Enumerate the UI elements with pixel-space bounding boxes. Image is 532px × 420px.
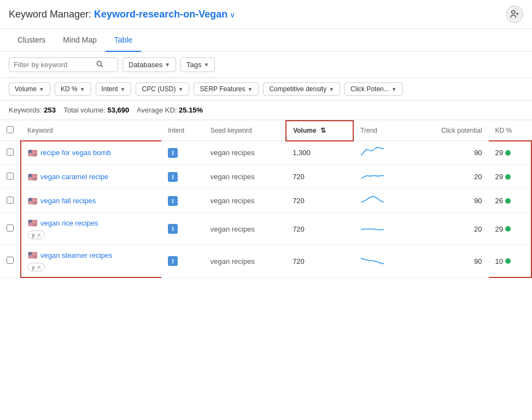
select-all-checkbox[interactable] bbox=[7, 126, 14, 133]
kd-cell: 10 bbox=[489, 245, 531, 278]
volume-value: 720 bbox=[293, 225, 305, 233]
trend-cell bbox=[353, 189, 411, 213]
row-checkbox-cell bbox=[0, 189, 21, 213]
row-checkbox-cell bbox=[0, 165, 21, 189]
project-dropdown-chevron[interactable]: ∨ bbox=[230, 10, 235, 19]
keyword-link[interactable]: vegan rice recipes bbox=[40, 219, 98, 227]
volume-cell: 1,300 bbox=[286, 141, 353, 165]
keyword-table: Keyword Intent Seed keyword Volume ⇅ Tre… bbox=[0, 120, 532, 278]
row-checkbox-cell bbox=[0, 213, 21, 245]
tag-remove-icon[interactable]: ✕ bbox=[37, 232, 41, 238]
col-header-keyword: Keyword bbox=[21, 121, 161, 141]
trend-sparkline bbox=[360, 255, 387, 266]
click-potential-value: 90 bbox=[474, 149, 482, 157]
tags-dropdown[interactable]: Tags ▼ bbox=[180, 57, 215, 72]
row-checkbox[interactable] bbox=[7, 149, 14, 156]
trend-cell bbox=[353, 165, 411, 189]
col-header-intent: Intent bbox=[161, 121, 203, 141]
row-checkbox-cell bbox=[0, 141, 21, 165]
kd-indicator-dot bbox=[505, 226, 511, 232]
search-icon bbox=[96, 60, 103, 69]
country-flag-icon: 🇺🇸 bbox=[28, 149, 37, 157]
tab-mindmap[interactable]: Mind Map bbox=[54, 29, 105, 52]
kd-value: 29 bbox=[495, 225, 524, 233]
row-checkbox[interactable] bbox=[7, 224, 14, 232]
click-potential-cell: 90 bbox=[411, 245, 488, 278]
user-avatar[interactable] bbox=[506, 5, 523, 23]
keyword-cell: 🇺🇸 vegan rice recipes y ✕ bbox=[21, 213, 161, 245]
volume-cell: 720 bbox=[286, 213, 353, 245]
seed-keyword-cell: vegan recipes bbox=[204, 213, 286, 245]
trend-sparkline bbox=[360, 223, 387, 234]
comp-density-chip-chevron-icon: ▼ bbox=[329, 86, 334, 92]
intent-cell: I bbox=[161, 141, 203, 165]
col-header-volume[interactable]: Volume ⇅ bbox=[286, 121, 353, 141]
click-potential-cell: 20 bbox=[411, 213, 488, 245]
keyword-cell: 🇺🇸 recipe for vegas bomb bbox=[21, 141, 161, 165]
trend-cell bbox=[353, 245, 411, 278]
chip-click-potential[interactable]: Click Poten... ▼ bbox=[344, 82, 403, 96]
keyword-link[interactable]: vegan caramel recipe bbox=[40, 173, 108, 181]
trend-cell bbox=[353, 213, 411, 245]
country-flag-icon: 🇺🇸 bbox=[28, 197, 37, 205]
country-flag-icon: 🇺🇸 bbox=[28, 218, 37, 227]
trend-cell bbox=[353, 141, 411, 165]
row-checkbox[interactable] bbox=[7, 173, 14, 180]
seed-keyword-cell: vegan recipes bbox=[204, 165, 286, 189]
click-potential-chip-chevron-icon: ▼ bbox=[391, 86, 397, 92]
serp-chip-chevron-icon: ▼ bbox=[248, 86, 253, 92]
trend-sparkline bbox=[360, 146, 387, 157]
stats-row: Keywords: 253 Total volume: 53,690 Avera… bbox=[0, 100, 532, 120]
chip-serp[interactable]: SERP Features ▼ bbox=[194, 82, 259, 96]
chip-kd[interactable]: KD % ▼ bbox=[55, 82, 91, 96]
volume-sort-icon: ⇅ bbox=[320, 127, 326, 134]
trend-sparkline bbox=[360, 170, 387, 181]
intent-chip-chevron-icon: ▼ bbox=[120, 86, 126, 92]
kd-indicator-dot bbox=[505, 258, 511, 264]
chip-intent[interactable]: Intent ▼ bbox=[96, 82, 132, 96]
volume-value: 720 bbox=[293, 257, 305, 265]
row-checkbox[interactable] bbox=[7, 257, 14, 264]
chip-cpc[interactable]: CPC (USD) ▼ bbox=[136, 82, 189, 96]
row-checkbox-cell bbox=[0, 245, 21, 278]
col-header-click-potential: Click potential bbox=[411, 121, 488, 141]
intent-badge: I bbox=[168, 224, 178, 234]
volume-value: 720 bbox=[293, 197, 305, 205]
kd-cell: 29 bbox=[489, 165, 531, 189]
chip-volume[interactable]: Volume ▼ bbox=[9, 82, 50, 96]
kd-cell: 29 bbox=[489, 141, 531, 165]
volume-value: 720 bbox=[293, 173, 305, 181]
keyword-link[interactable]: recipe for vegas bomb bbox=[40, 149, 111, 157]
keyword-cell: 🇺🇸 vegan fall recipes bbox=[21, 189, 161, 213]
filter-bar: Databases ▼ Tags ▼ bbox=[0, 52, 532, 78]
trend-sparkline bbox=[360, 194, 387, 205]
volume-cell: 720 bbox=[286, 165, 353, 189]
volume-cell: 720 bbox=[286, 245, 353, 278]
kd-cell: 26 bbox=[489, 189, 531, 213]
col-header-kd: KD % bbox=[489, 121, 531, 141]
tags-chevron-icon: ▼ bbox=[204, 62, 209, 68]
chip-comp-density[interactable]: Competitive density ▼ bbox=[263, 82, 340, 96]
keyword-search-input[interactable] bbox=[14, 61, 96, 69]
svg-line-4 bbox=[101, 66, 103, 67]
keyword-link[interactable]: vegan steamer recipes bbox=[40, 251, 113, 259]
intent-cell: I bbox=[161, 165, 203, 189]
svg-point-3 bbox=[97, 61, 101, 66]
tab-clusters[interactable]: Clusters bbox=[9, 29, 54, 52]
databases-dropdown[interactable]: Databases ▼ bbox=[122, 57, 176, 72]
tab-table[interactable]: Table bbox=[106, 29, 141, 52]
keyword-link[interactable]: vegan fall recipes bbox=[40, 197, 96, 205]
intent-cell: I bbox=[161, 189, 203, 213]
cpc-chip-chevron-icon: ▼ bbox=[178, 86, 183, 92]
click-potential-value: 90 bbox=[474, 197, 482, 205]
databases-chevron-icon: ▼ bbox=[165, 62, 170, 68]
row-tag: y ✕ bbox=[28, 263, 45, 271]
kd-value: 29 bbox=[495, 173, 524, 181]
row-checkbox[interactable] bbox=[7, 197, 14, 204]
seed-keyword-value: vegan recipes bbox=[211, 173, 255, 181]
kd-indicator-dot bbox=[505, 198, 511, 204]
kd-value: 26 bbox=[495, 197, 524, 205]
table-row: 🇺🇸 vegan fall recipes Ivegan recipes7209… bbox=[0, 189, 531, 213]
tag-remove-icon[interactable]: ✕ bbox=[37, 264, 41, 270]
keyword-cell: 🇺🇸 vegan caramel recipe bbox=[21, 165, 161, 189]
